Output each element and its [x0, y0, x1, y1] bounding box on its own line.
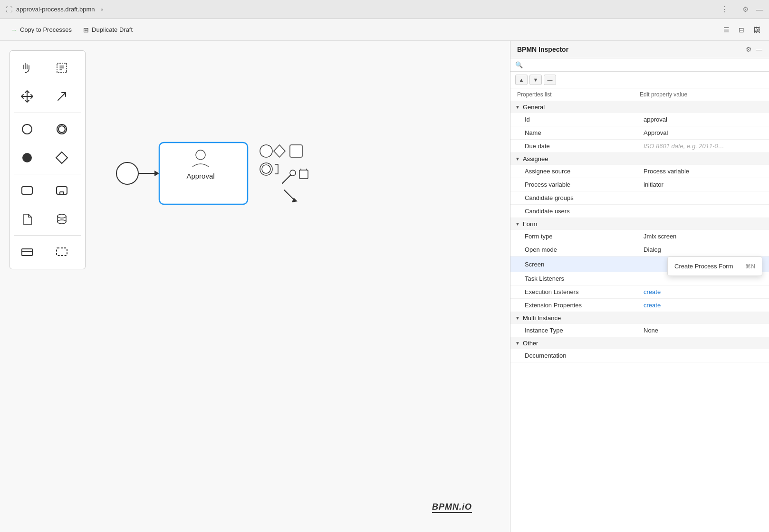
- multi-instance-chevron: ▼: [515, 315, 520, 321]
- prop-open-mode-label: Open mode: [525, 246, 644, 253]
- nav-buttons: ▲ ▼ —: [510, 72, 769, 88]
- main-content: Approval BPMN.iO: [0, 41, 769, 532]
- assignee-label: Assignee: [523, 155, 548, 162]
- section-other[interactable]: ▼ Other: [510, 337, 769, 349]
- prop-documentation: Documentation: [510, 349, 769, 362]
- inspector-settings-icon[interactable]: ⚙: [742, 5, 749, 14]
- start-event[interactable]: [116, 162, 138, 184]
- inspector-title: BPMN Inspector: [517, 46, 568, 53]
- assignee-chevron: ▼: [515, 156, 520, 162]
- prop-candidate-groups-label: Candidate groups: [525, 194, 644, 201]
- inspector-header: BPMN Inspector ⚙ —: [510, 41, 769, 58]
- sequence-flow-arrow: [154, 171, 159, 176]
- prop-duedate: Due date ISO 8601 date, e.g. 2011-0…: [510, 140, 769, 153]
- multi-instance-label: Multi Instance: [523, 314, 561, 322]
- prop-instance-type-label: Instance Type: [525, 327, 644, 334]
- image-view-button[interactable]: 🖼: [750, 23, 763, 37]
- inspector-close-button[interactable]: —: [756, 46, 762, 53]
- prop-execution-listeners: Execution Listeners create: [510, 285, 769, 299]
- split-view-button[interactable]: ⊟: [735, 23, 748, 37]
- side-icon-arrow[interactable]: [284, 190, 295, 200]
- prop-candidate-groups: Candidate groups: [510, 191, 769, 205]
- search-icon: 🔍: [515, 61, 523, 68]
- properties-table: ▼ General Id approval Name Approval Due …: [510, 101, 769, 532]
- section-assignee[interactable]: ▼ Assignee: [510, 153, 769, 165]
- prop-open-mode-value[interactable]: Dialog: [644, 246, 762, 253]
- side-icon-trash[interactable]: [299, 170, 308, 179]
- prop-process-variable-value[interactable]: initiator: [644, 181, 762, 188]
- search-input[interactable]: [526, 61, 764, 68]
- prop-instance-type-value[interactable]: None: [644, 327, 762, 334]
- side-icon-double-circle-inner: [262, 165, 270, 173]
- prop-assignee-source-value[interactable]: Process variable: [644, 168, 762, 175]
- duplicate-icon: ⊞: [83, 26, 89, 34]
- title-bar-actions: ⋮ ⚙ —: [721, 5, 763, 14]
- prop-screen-row: Screen ▾ + ▶ Create Process Form ⌘N: [510, 256, 769, 272]
- other-chevron: ▼: [515, 341, 520, 346]
- prop-extension-properties-label: Extension Properties: [525, 302, 644, 309]
- create-process-form-item[interactable]: Create Process Form ⌘N: [668, 259, 762, 274]
- inspector-panel: BPMN Inspector ⚙ — 🔍 ▲ ▼ — Properties li…: [510, 41, 769, 532]
- prop-id: Id approval: [510, 113, 769, 126]
- prop-form-type: Form type Jmix screen: [510, 230, 769, 243]
- tab-title: approval-process.draft.bpmn: [16, 6, 95, 13]
- nav-minus-button[interactable]: —: [544, 75, 556, 85]
- side-icon-rect[interactable]: [290, 145, 302, 157]
- prop-name: Name Approval: [510, 126, 769, 140]
- tab-group: ⛶ approval-process.draft.bpmn ×: [6, 6, 104, 13]
- section-multi-instance[interactable]: ▼ Multi Instance: [510, 312, 769, 324]
- more-options-button[interactable]: ⋮: [721, 5, 729, 14]
- props-header-left: Properties list: [517, 91, 640, 98]
- prop-id-name: Id: [525, 116, 644, 123]
- prop-name-value[interactable]: Approval: [644, 129, 762, 136]
- diagram-canvas: Approval: [0, 41, 510, 532]
- copy-to-processes-button[interactable]: → Copy to Processes: [6, 24, 77, 36]
- prop-candidate-users: Candidate users: [510, 205, 769, 218]
- toolbar-right: ☰ ⊟ 🖼: [720, 23, 763, 37]
- form-chevron: ▼: [515, 221, 520, 227]
- toolbar: → Copy to Processes ⊞ Duplicate Draft ☰ …: [0, 19, 769, 41]
- create-process-form-label: Create Process Form: [674, 263, 733, 270]
- section-form[interactable]: ▼ Form: [510, 218, 769, 230]
- prop-process-variable-label: Process variable: [525, 181, 644, 188]
- copy-to-processes-label: Copy to Processes: [20, 26, 72, 33]
- tab-close-button[interactable]: ×: [100, 7, 103, 12]
- bpmn-watermark: BPMN.iO: [432, 502, 472, 513]
- side-icon-circle[interactable]: [260, 145, 272, 157]
- prop-form-type-value[interactable]: Jmix screen: [644, 233, 762, 240]
- inspector-minimize-icon[interactable]: —: [756, 5, 763, 13]
- copy-icon: →: [10, 26, 17, 34]
- prop-extension-properties-value[interactable]: create: [644, 302, 762, 309]
- section-general[interactable]: ▼ General: [510, 101, 769, 113]
- prop-assignee-source-label: Assignee source: [525, 168, 644, 175]
- prop-screen-label: Screen: [525, 261, 644, 268]
- inspector-actions: ⚙ —: [746, 46, 762, 53]
- side-icon-bracket[interactable]: [275, 164, 278, 174]
- toolbar-left: → Copy to Processes ⊞ Duplicate Draft: [6, 24, 137, 36]
- nav-down-button[interactable]: ▼: [529, 75, 542, 85]
- other-label: Other: [523, 340, 538, 347]
- title-bar: ⛶ approval-process.draft.bpmn × ⋮ ⚙ —: [0, 0, 769, 19]
- prop-process-variable: Process variable initiator: [510, 178, 769, 191]
- list-view-button[interactable]: ☰: [720, 23, 733, 37]
- search-bar: 🔍: [510, 58, 769, 72]
- tab-icon: ⛶: [6, 6, 12, 13]
- prop-instance-type: Instance Type None: [510, 324, 769, 337]
- side-icon-wrench-handle[interactable]: [282, 175, 291, 183]
- prop-assignee-source: Assignee source Process variable: [510, 165, 769, 178]
- form-label: Form: [523, 220, 537, 228]
- side-icon-diamond[interactable]: [274, 145, 285, 157]
- prop-execution-listeners-value[interactable]: create: [644, 288, 762, 295]
- inspector-settings-button[interactable]: ⚙: [746, 46, 752, 53]
- prop-task-listeners-label: Task Listeners: [525, 275, 644, 282]
- props-header-right: Edit property value: [640, 91, 762, 98]
- prop-id-value[interactable]: approval: [644, 116, 762, 123]
- duplicate-draft-label: Duplicate Draft: [92, 26, 133, 33]
- prop-execution-listeners-label: Execution Listeners: [525, 288, 644, 295]
- prop-open-mode: Open mode Dialog: [510, 243, 769, 256]
- canvas-area[interactable]: Approval BPMN.iO: [0, 41, 510, 532]
- nav-up-button[interactable]: ▲: [515, 75, 528, 85]
- prop-candidate-users-label: Candidate users: [525, 208, 644, 215]
- prop-duedate-value[interactable]: ISO 8601 date, e.g. 2011-0…: [644, 142, 762, 150]
- duplicate-draft-button[interactable]: ⊞ Duplicate Draft: [78, 24, 137, 36]
